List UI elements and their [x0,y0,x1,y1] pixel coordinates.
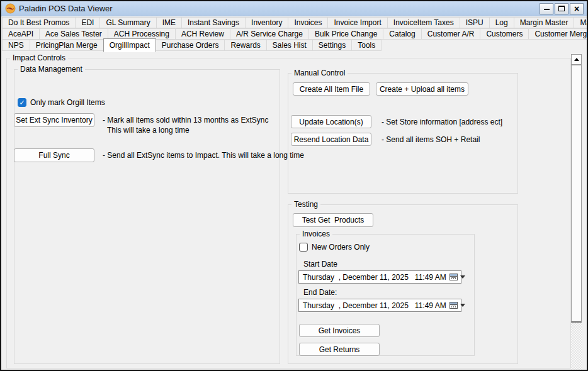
update-locations-button[interactable]: Update Location(s) [291,115,371,128]
tab-nps[interactable]: NPS [2,40,30,51]
tab-log[interactable]: Log [489,17,514,28]
end-date-picker[interactable]: Thursday , December 11, 2025 11:49 AM [298,299,461,312]
invoices-group: Invoices New Orders Only Start Date Thur… [296,234,475,356]
close-button[interactable]: × [570,3,584,14]
tab-customers[interactable]: Customers [480,28,529,40]
tab-sales-hist[interactable]: Sales Hist [266,40,313,51]
calendar-icon [449,302,458,309]
full-sync-button[interactable]: Full Sync [14,148,94,162]
close-icon: × [574,4,579,13]
tab-tools[interactable]: Tools [351,40,382,51]
chevron-down-icon [460,275,465,279]
tab-aceapi[interactable]: AceAPI [2,28,40,40]
create-all-item-file-button[interactable]: Create All Item File [293,82,370,96]
invoices-label: Invoices [300,230,332,239]
new-orders-only-checkbox[interactable] [299,243,308,252]
scrollbar-track[interactable] [571,323,582,370]
tab-strip: Do It Best PromosEDIGL SummaryIMEInstant… [1,16,587,52]
tab-ach-review[interactable]: ACH Review [175,28,230,40]
manual-control-group: Manual Control Create All Item File Crea… [288,73,518,194]
start-date-dropdown[interactable] [446,274,468,280]
tab-invoice-import[interactable]: Invoice Import [327,17,387,28]
tab-settings[interactable]: Settings [312,40,352,51]
end-date-value: Thursday , December 11, 2025 11:49 AM [299,301,446,310]
only-mark-orgill-label: Only mark Orgill Items [30,98,105,107]
update-locations-desc: - Set Store information [address ect] [382,118,502,127]
tab-do-it-best-promos[interactable]: Do It Best Promos [2,17,76,28]
arrow-up-icon [574,58,579,61]
tab-pricingplan-merge[interactable]: PricingPlan Merge [30,40,104,51]
app-logo-icon [5,3,16,14]
start-date-label: Start Date [303,260,337,269]
tab-margin-master[interactable]: Margin Master [514,17,575,28]
get-returns-button[interactable]: Get Returns [299,343,380,356]
app-window: Paladin POS Data Viewer × Do It Best Pro… [0,0,588,371]
vertical-scrollbar [571,54,582,370]
tab-orgillimpact[interactable]: OrgillImpact [103,38,156,52]
create-upload-all-items-button[interactable]: Create + Upload all items [376,82,468,96]
resend-location-desc: - Send all items SOH + Retail [382,135,480,145]
window-controls: × [540,3,584,14]
impact-controls-label: Impact Controls [10,53,68,63]
tab-instant-savings[interactable]: Instant Savings [181,17,246,28]
tab-purchase-orders[interactable]: Purchase Orders [155,40,225,51]
testing-group: Testing Test Get Products Invoices New O… [288,204,518,364]
minimize-icon [544,5,550,10]
data-management-group: Data Management ✓ Only mark Orgill Items… [14,69,280,364]
set-ext-sync-desc-line2: This will take a long time [107,126,189,135]
tab-rewards[interactable]: Rewards [224,40,266,51]
new-orders-only-label: New Orders Only [312,243,370,252]
end-date-dropdown[interactable] [446,302,468,309]
scrollbar-thumb[interactable] [571,65,582,323]
tab-ace-sales-tester[interactable]: Ace Sales Tester [39,28,108,40]
tab-gl-summary[interactable]: GL Summary [99,17,156,28]
tab-invoiceitem-taxes[interactable]: InvoiceItem Taxes [387,17,460,28]
start-date-value: Thursday , December 11, 2025 11:49 AM [299,273,446,282]
tab-invoices[interactable]: Invoices [288,17,328,28]
minimize-button[interactable] [540,3,553,14]
tab-row-2: AceAPIAce Sales TesterACH ProcessingACH … [3,29,587,40]
scrollbar-up-button[interactable] [571,54,582,65]
tab-customer-merge[interactable]: Customer Merge [528,28,588,40]
tab-market-data[interactable]: Market Data [574,17,588,28]
tab-row-1: Do It Best PromosEDIGL SummaryIMEInstant… [3,18,587,29]
full-sync-desc: - Send all ExtSync items to Impact. This… [103,151,304,160]
chevron-down-icon [460,304,465,307]
titlebar: Paladin POS Data Viewer × [1,1,587,16]
impact-controls-group: Impact Controls Data Management ✓ Only m… [6,58,571,368]
manual-control-label: Manual Control [291,69,348,78]
only-mark-orgill-checkbox[interactable]: ✓ [18,98,26,107]
tab-catalog[interactable]: Catalog [383,28,421,40]
tab-ime[interactable]: IME [156,17,182,28]
set-ext-sync-inventory-button[interactable]: Set Ext Sync Inventory [14,113,94,127]
tab-edi[interactable]: EDI [75,17,100,28]
resend-location-data-button[interactable]: Resend Location Data [291,133,371,146]
orgillimpact-tab-page: Impact Controls Data Management ✓ Only m… [1,52,587,370]
data-management-label: Data Management [18,65,85,74]
tab-bulk-price-change[interactable]: Bulk Price Change [308,28,383,40]
start-date-picker[interactable]: Thursday , December 11, 2025 11:49 AM [298,270,461,284]
maximize-icon [558,6,565,11]
tab-row-3: NPSPricingPlan MergeOrgillImpactPurchase… [3,40,587,52]
window-title: Paladin POS Data Viewer [19,4,113,13]
tab-ispu[interactable]: ISPU [460,17,490,28]
get-invoices-button[interactable]: Get Invoices [299,324,380,337]
calendar-icon [449,274,458,280]
tab-inventory[interactable]: Inventory [245,17,288,28]
maximize-button[interactable] [555,3,568,14]
test-get-products-button[interactable]: Test Get Products [293,213,373,227]
end-date-label: End Date: [303,288,337,297]
tab-a-r-service-charge[interactable]: A/R Service Charge [230,28,309,40]
tab-customer-a-r[interactable]: Customer A/R [421,28,481,40]
set-ext-sync-desc-line1: - Mark all items sold within 13 months a… [103,116,268,125]
testing-label: Testing [291,200,320,209]
